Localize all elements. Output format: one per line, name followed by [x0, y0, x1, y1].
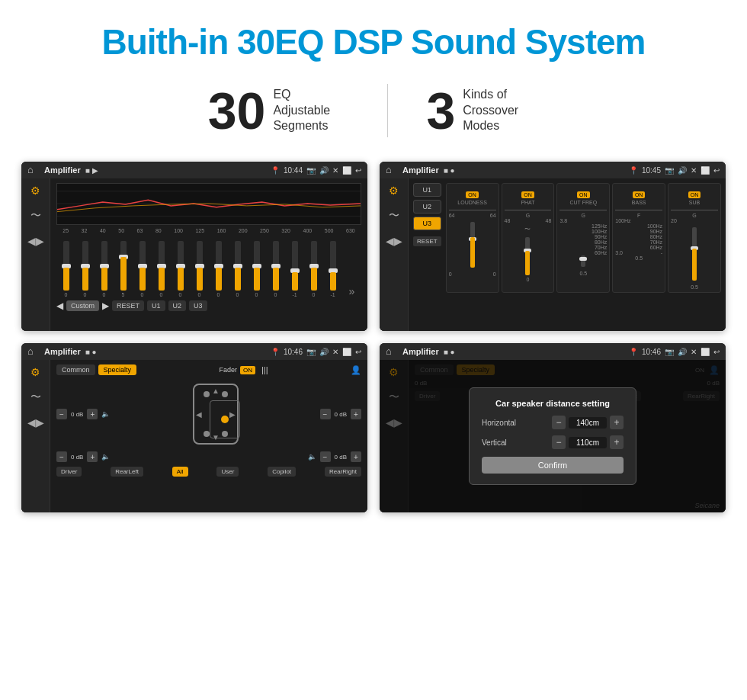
vol-icon-4: 🔊 [678, 348, 687, 356]
slider-val-3: 0 [103, 292, 106, 297]
fader-speaker-tl: 🔈 [101, 410, 110, 418]
freq-63: 63 [137, 228, 143, 233]
slider-track-13[interactable] [292, 241, 298, 291]
fader-tr-minus[interactable]: − [320, 409, 331, 419]
slider-track-12[interactable] [273, 241, 279, 291]
slider-track-7[interactable] [178, 241, 184, 291]
dialog-vertical-plus[interactable]: + [610, 435, 624, 449]
confirm-button[interactable]: Confirm [482, 457, 624, 474]
slider-track-5[interactable] [139, 241, 146, 291]
eq-next-btn[interactable]: ▶ [102, 300, 109, 311]
window-icon-3: ⬜ [342, 348, 351, 356]
arrow-right[interactable]: ▶ [229, 410, 236, 419]
page-header: Buith-in 30EQ DSP Sound System [0, 0, 747, 76]
dsp-reset-btn[interactable]: RESET [413, 236, 441, 246]
dsp-sidebar: ⚙ 〜 ◀▶ [380, 178, 409, 331]
fader-br-plus[interactable]: + [351, 451, 361, 462]
eq-sidebar-icon-1[interactable]: ⚙ [30, 185, 40, 197]
slider-track-14[interactable] [311, 241, 317, 291]
eq-custom-btn[interactable]: Custom [66, 300, 99, 311]
fader-tl-minus[interactable]: − [56, 409, 67, 419]
home-icon-3[interactable]: ⌂ [27, 345, 40, 358]
fader-common-btn[interactable]: Common [56, 364, 95, 375]
cutfreq-on[interactable]: ON [577, 191, 590, 198]
arrow-left[interactable]: ◀ [196, 410, 202, 419]
fader-copilot-btn[interactable]: Copilot [268, 467, 296, 477]
slider-track-9[interactable] [216, 241, 222, 291]
eq-u2-btn[interactable]: U2 [168, 300, 187, 311]
eq-u3-btn[interactable]: U3 [189, 300, 207, 311]
fader-all-btn[interactable]: All [172, 467, 188, 477]
sub-on[interactable]: ON [688, 191, 701, 198]
bass-bottom: 0.5 [615, 255, 662, 261]
eq-u1-btn[interactable]: U1 [147, 300, 165, 311]
home-icon-1[interactable]: ⌂ [27, 164, 40, 176]
fader-rearright-btn[interactable]: RearRight [325, 467, 361, 477]
screen-eq: ⌂ Amplifier ■ ▶ 📍 10:44 📷 🔊 ✕ ⬜ ↩ ⚙ 〜 ◀▶ [21, 162, 367, 331]
fader-sidebar-icon-1[interactable]: ⚙ [30, 366, 40, 378]
eq-sidebar-icon-2[interactable]: 〜 [30, 209, 41, 223]
car-center-dot[interactable] [221, 416, 229, 423]
window-icon-1: ⬜ [342, 166, 351, 175]
x-icon-3: ✕ [332, 348, 338, 356]
speaker-dot-br [222, 431, 228, 437]
dialog-horizontal-minus[interactable]: − [552, 416, 566, 429]
eq-forward-btn[interactable]: » [349, 285, 355, 297]
fader-specialty-btn[interactable]: Specialty [98, 364, 137, 375]
time-2: 10:45 [642, 166, 661, 175]
x-icon-2: ✕ [691, 166, 697, 175]
fader-user-btn[interactable]: User [216, 467, 239, 477]
slider-track-1[interactable] [63, 241, 69, 291]
slider-track-11[interactable] [254, 241, 260, 291]
dsp-sidebar-icon-3[interactable]: ◀▶ [386, 235, 402, 247]
home-icon-2[interactable]: ⌂ [386, 164, 398, 176]
slider-track-15[interactable] [330, 241, 336, 291]
fader-label: Fader [219, 366, 237, 374]
fader-bl-plus[interactable]: + [87, 451, 98, 462]
dialog-vertical-minus[interactable]: − [552, 435, 566, 449]
dialog-horizontal-plus[interactable]: + [610, 416, 624, 429]
eq-sidebar-icon-3[interactable]: ◀▶ [27, 235, 44, 247]
dsp-sidebar-icon-1[interactable]: ⚙ [389, 185, 399, 197]
screen-fader: ⌂ Amplifier ■ ● 📍 10:46 📷 🔊 ✕ ⬜ ↩ ⚙ 〜 ◀▶ [21, 343, 367, 512]
slider-track-10[interactable] [235, 241, 241, 291]
fader-bottom-btns: Driver RearLeft All User Copilot RearRig… [56, 467, 361, 477]
freq-125: 125 [195, 228, 204, 233]
bass-on[interactable]: ON [633, 191, 646, 198]
loudness-on[interactable]: ON [466, 191, 479, 198]
stat-eq-number: 30 [208, 85, 266, 136]
slider-val-8: 0 [198, 292, 201, 297]
fader-br-minus[interactable]: − [320, 451, 331, 462]
speaker-distance-dialog: Car speaker distance setting Horizontal … [469, 387, 636, 485]
fader-tr-control: − 0 dB + [320, 409, 361, 419]
freq-200: 200 [239, 228, 248, 233]
arrow-down[interactable]: ▼ [212, 433, 220, 442]
dsp-sidebar-icon-2[interactable]: 〜 [389, 209, 399, 223]
slider-track-3[interactable] [101, 241, 107, 291]
slider-track-8[interactable] [197, 241, 203, 291]
dsp-u1-btn[interactable]: U1 [413, 183, 441, 197]
slider-track-6[interactable] [159, 241, 165, 291]
fader-tr-plus[interactable]: + [351, 409, 361, 419]
freq-320: 320 [281, 228, 290, 233]
eq-reset-btn[interactable]: RESET [112, 300, 144, 311]
fader-tl-plus[interactable]: + [87, 409, 98, 419]
status-bar-right-3: 📍 10:46 📷 🔊 ✕ ⬜ ↩ [271, 348, 361, 356]
fader-bl-minus[interactable]: − [56, 451, 67, 462]
phat-on[interactable]: ON [521, 191, 534, 198]
dsp-u2-btn[interactable]: U2 [413, 200, 441, 214]
slider-track-2[interactable] [82, 241, 88, 291]
home-icon-4[interactable]: ⌂ [386, 345, 398, 358]
fader-on-badge[interactable]: ON [240, 366, 255, 374]
slider-track-4[interactable] [120, 241, 127, 291]
slider-val-2: 0 [84, 292, 87, 297]
arrow-up[interactable]: ▲ [212, 387, 220, 395]
fader-sidebar-icon-3[interactable]: ◀▶ [27, 416, 44, 429]
dialog-title: Car speaker distance setting [482, 399, 624, 408]
eq-prev-btn[interactable]: ◀ [56, 300, 63, 311]
fader-rearleft-btn[interactable]: RearLeft [111, 467, 143, 477]
dsp-ch-sub: ON SUB G 20 0.5 [668, 183, 721, 293]
fader-sidebar-icon-2[interactable]: 〜 [30, 390, 41, 404]
fader-driver-btn[interactable]: Driver [56, 467, 82, 477]
dsp-u3-btn[interactable]: U3 [413, 217, 441, 230]
